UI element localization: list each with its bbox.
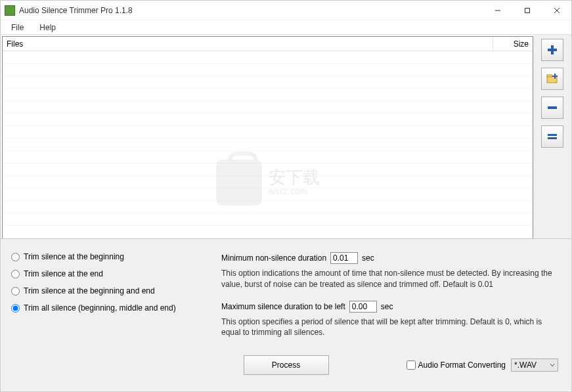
chevron-down-icon — [550, 360, 555, 370]
radio-input[interactable] — [11, 253, 20, 261]
menu-help[interactable]: Help — [32, 22, 64, 33]
remove-button[interactable] — [541, 97, 563, 119]
close-button[interactable] — [542, 1, 571, 20]
radio-input[interactable] — [11, 287, 20, 295]
min-duration-label: Minimum non-silence duration — [221, 253, 326, 263]
app-icon — [5, 5, 15, 16]
checkbox-input[interactable] — [407, 360, 416, 370]
watermark: 安下载 anxz.com — [216, 160, 320, 206]
radio-input[interactable] — [11, 270, 20, 278]
window-title: Audio Silence Trimmer Pro 1.1.8 — [19, 6, 483, 15]
sidebar — [533, 35, 571, 238]
format-converting-checkbox[interactable]: Audio Format Converting — [407, 360, 506, 370]
remove-all-button[interactable] — [541, 125, 563, 148]
column-size[interactable]: Size — [493, 38, 533, 50]
file-list[interactable]: Files Size 安下载 anxz.com — [2, 36, 533, 238]
file-list-body: 安下载 anxz.com — [3, 51, 533, 238]
min-duration-desc: This option indications the amount of ti… — [221, 268, 561, 290]
max-duration-label: Maximum silence duration to be left — [221, 302, 345, 311]
add-folder-button[interactable] — [541, 68, 563, 90]
add-file-button[interactable] — [541, 39, 563, 61]
radio-trim-beginning[interactable]: Trim silence at the beginning — [11, 252, 208, 261]
sec-label: sec — [362, 253, 374, 263]
process-button[interactable]: Process — [244, 355, 329, 375]
svg-rect-1 — [525, 8, 529, 12]
sec-label2: sec — [381, 302, 393, 311]
titlebar: Audio Silence Trimmer Pro 1.1.8 — [1, 1, 571, 20]
menu-file[interactable]: File — [3, 22, 32, 33]
format-select[interactable]: *.WAV — [511, 359, 558, 372]
max-duration-input[interactable] — [349, 301, 377, 313]
minimize-button[interactable] — [483, 1, 512, 20]
svg-rect-7 — [547, 75, 552, 77]
options-panel: Trim silence at the beginning Trim silen… — [1, 238, 571, 391]
max-duration-desc: This option specifies a period of silenc… — [221, 316, 561, 339]
radio-input[interactable] — [11, 304, 20, 313]
file-list-header: Files Size — [3, 37, 533, 51]
column-files[interactable]: Files — [3, 38, 493, 50]
radio-trim-both[interactable]: Trim silence at the beginning and end — [11, 286, 208, 295]
radio-trim-end[interactable]: Trim silence at the end — [11, 269, 208, 278]
maximize-button[interactable] — [512, 1, 542, 20]
menubar: File Help — [1, 20, 571, 35]
radio-trim-all[interactable]: Trim all silence (beginning, middle and … — [11, 303, 208, 313]
min-duration-input[interactable] — [330, 252, 358, 264]
